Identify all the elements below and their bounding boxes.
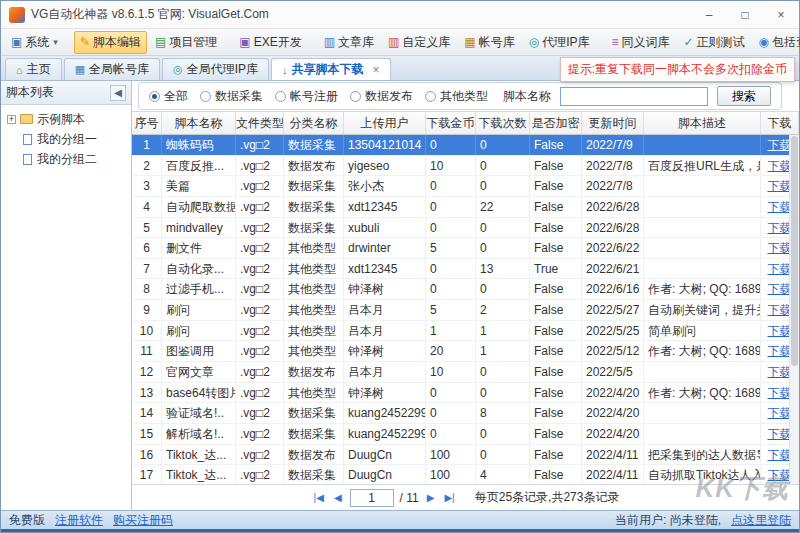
download-link[interactable]: 下载: [768, 241, 792, 255]
cell-coins: 100: [426, 465, 476, 484]
radio-icon[interactable]: [425, 91, 436, 102]
download-link[interactable]: 下载: [768, 221, 792, 235]
maximize-button[interactable]: □: [727, 1, 763, 28]
table-row[interactable]: 13base64转图片.vg□2其他类型钟泽树00False2022/4/20作…: [132, 383, 799, 404]
toolbar-button-regex-test[interactable]: ✓正则测试: [678, 31, 751, 54]
scrollbar-thumb[interactable]: [791, 136, 798, 366]
download-link[interactable]: 下载: [768, 427, 792, 441]
buy-license-link[interactable]: 购买注册码: [113, 512, 173, 529]
table-row[interactable]: 15解析域名!...vg□2数据采集kuang245229900False202…: [132, 424, 799, 445]
login-link[interactable]: 点这里登陆: [731, 512, 791, 529]
category-radio-option[interactable]: 数据采集: [200, 88, 263, 105]
script-name-input[interactable]: [560, 87, 708, 106]
category-radio-checked[interactable]: 全部: [149, 88, 188, 105]
download-link[interactable]: 下载: [768, 262, 792, 276]
table-row[interactable]: 7自动化录....vg□2其他类型xdt12345013True2022/6/2…: [132, 259, 799, 280]
table-row[interactable]: 16Tiktok_达....vg□2数据发布DuugCn1000False202…: [132, 445, 799, 466]
cell-user: DuugCn: [344, 465, 426, 484]
search-button[interactable]: 搜索: [717, 86, 771, 106]
close-button[interactable]: ×: [763, 1, 799, 28]
toolbar-button-proxy-ip-lib[interactable]: ◎代理IP库: [523, 31, 596, 54]
register-software-link[interactable]: 注册软件: [55, 512, 103, 529]
column-header[interactable]: 下载: [761, 112, 799, 134]
download-link[interactable]: 下载: [768, 386, 792, 400]
column-header[interactable]: 脚本名称: [162, 112, 236, 134]
download-link[interactable]: 下载: [768, 159, 792, 173]
table-row[interactable]: 1蜘蛛码码.vg□2数据采集1350412101400False2022/7/9…: [132, 135, 799, 156]
tab-shared-script-download[interactable]: ↓共享脚本下载×: [271, 58, 391, 80]
column-header[interactable]: 序号: [132, 112, 162, 134]
minimize-button[interactable]: –: [691, 1, 727, 28]
column-header[interactable]: 分类名称: [284, 112, 344, 134]
download-link[interactable]: 下载: [768, 200, 792, 214]
prev-page-button[interactable]: ◀: [332, 492, 344, 503]
table-row[interactable]: 9刷问.vg□2其他类型吕本月52False2022/5/27自动刷关键词，提升…: [132, 300, 799, 321]
download-link[interactable]: 下载: [768, 324, 792, 338]
radio-icon[interactable]: [350, 91, 361, 102]
first-page-button[interactable]: |◀: [312, 492, 326, 503]
toolbar-button-exe-dev[interactable]: ▣EXE开发: [233, 31, 307, 54]
sidebar-item[interactable]: 我的分组一: [1, 129, 131, 149]
sidebar-item[interactable]: 我的分组二: [1, 149, 131, 169]
tab-home[interactable]: ⌂主页: [5, 58, 62, 80]
toolbar-button-article-lib[interactable]: ▥文章库: [318, 31, 380, 54]
table-row[interactable]: 3美篇.vg□2数据采集张小杰00False2022/7/8下载: [132, 176, 799, 197]
toolbar-button-custom-lib[interactable]: ▥自定义库: [382, 31, 456, 54]
column-header[interactable]: 脚本描述: [644, 112, 761, 134]
download-link[interactable]: 下载: [768, 303, 792, 317]
download-link[interactable]: 下载: [768, 448, 792, 462]
table-row[interactable]: 14验证域名!...vg□2数据采集kuang245229908False202…: [132, 403, 799, 424]
table-row[interactable]: 8过滤手机....vg□2其他类型钟泽树00False2022/6/16作者: …: [132, 279, 799, 300]
radio-icon[interactable]: [200, 91, 211, 102]
column-header[interactable]: 是否加密: [530, 112, 582, 134]
page-number-input[interactable]: 1: [350, 489, 394, 507]
tab-global-proxy-ip-lib[interactable]: ◎全局代理IP库: [162, 58, 269, 80]
category-radio-option[interactable]: 帐号注册: [275, 88, 338, 105]
status-left: 免费版 注册软件 购买注册码: [9, 512, 173, 529]
download-link[interactable]: 下载: [768, 365, 792, 379]
download-link[interactable]: 下载: [768, 344, 792, 358]
category-radio-option[interactable]: 其他类型: [425, 88, 488, 105]
table-row[interactable]: 12官网文章.vg□2数据发布吕本月100False2022/5/5下载: [132, 362, 799, 383]
next-page-button[interactable]: ▶: [425, 492, 437, 503]
radio-icon[interactable]: [149, 91, 160, 102]
table-row[interactable]: 5mindvalley.vg□2数据采集xubuli00False2022/6/…: [132, 218, 799, 239]
download-link[interactable]: 下载: [768, 468, 792, 482]
toolbar-button-synonym-lib[interactable]: ≡同义词库: [606, 31, 676, 54]
table-row[interactable]: 6删文件.vg□2其他类型drwinter50False2022/6/22下载: [132, 238, 799, 259]
table-row[interactable]: 4自动爬取数据.vg□2数据采集xdt12345022False2022/6/2…: [132, 197, 799, 218]
category-radio-option[interactable]: 数据发布: [350, 88, 413, 105]
table-row[interactable]: 11图鉴调用.vg□2其他类型钟泽树201False2022/5/12作者: 大…: [132, 341, 799, 362]
download-link[interactable]: 下载: [768, 138, 792, 152]
cell-type: .vg□2: [236, 424, 284, 444]
tab-global-account-lib[interactable]: ▦全局帐号库: [64, 58, 160, 80]
download-link[interactable]: 下载: [768, 282, 792, 296]
page-icon: [23, 134, 32, 145]
table-row[interactable]: 10刷问.vg□2其他类型吕本月11False2022/5/25简单刷问下载: [132, 321, 799, 342]
tree-expander-icon[interactable]: +: [7, 115, 16, 124]
toolbar-button-contains-search[interactable]: ◉包括查找: [753, 31, 800, 54]
cell-count: 4: [476, 465, 530, 484]
table-row[interactable]: 2百度反推....vg□2数据发布yigeseo100False2022/7/8…: [132, 156, 799, 177]
column-header[interactable]: 下载金币: [426, 112, 476, 134]
table-row[interactable]: 17Tiktok_达....vg□2数据采集DuugCn1004False202…: [132, 465, 799, 484]
toolbar-button-project-manage[interactable]: ▤项目管理: [149, 31, 223, 54]
cell-desc: [644, 218, 761, 238]
radio-icon[interactable]: [275, 91, 286, 102]
column-header[interactable]: 上传用户: [344, 112, 426, 134]
toolbar-button-script-edit[interactable]: ✎脚本编辑: [74, 31, 147, 54]
cell-no: 6: [132, 238, 162, 258]
cell-name: Tiktok_达...: [162, 465, 236, 484]
sidebar-item[interactable]: +示例脚本: [1, 109, 131, 129]
vertical-scrollbar[interactable]: [789, 135, 799, 484]
toolbar-button-account-lib[interactable]: ▦帐号库: [458, 31, 520, 54]
column-header[interactable]: 更新时间: [582, 112, 644, 134]
download-link[interactable]: 下载: [768, 406, 792, 420]
column-header[interactable]: 文件类型: [236, 112, 284, 134]
column-header[interactable]: 下载次数: [476, 112, 530, 134]
close-tab-icon[interactable]: ×: [373, 63, 380, 77]
toolbar-button-system[interactable]: ▣系统▾: [5, 31, 64, 54]
collapse-sidebar-button[interactable]: ◀: [110, 85, 126, 101]
download-link[interactable]: 下载: [768, 179, 792, 193]
last-page-button[interactable]: ▶|: [442, 492, 456, 503]
